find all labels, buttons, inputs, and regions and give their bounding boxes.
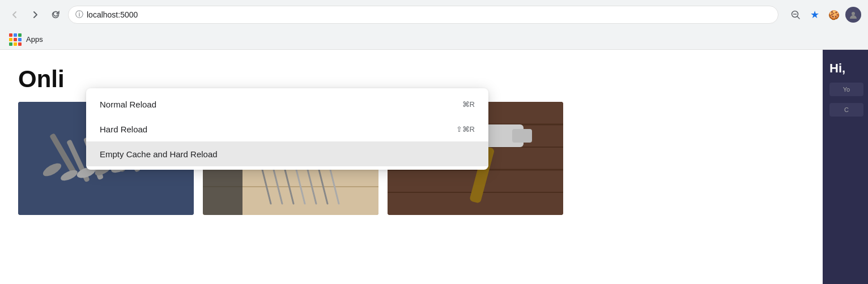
google-apps-icon: [9, 33, 22, 46]
profile-button[interactable]: [845, 7, 861, 23]
address-bar-row: ⓘ localhost:5000 ★ 🍪: [0, 0, 868, 29]
context-menu-item-empty-cache[interactable]: Empty Cache and Hard Reload: [86, 141, 488, 166]
apps-label: Apps: [26, 35, 43, 44]
info-icon: ⓘ: [75, 10, 83, 20]
context-menu-item-label: Empty Cache and Hard Reload: [100, 149, 218, 159]
address-bar[interactable]: ⓘ localhost:5000: [68, 6, 778, 24]
bookmarks-bar: Apps: [0, 29, 868, 50]
forward-button[interactable]: [27, 7, 43, 23]
svg-point-3: [852, 12, 855, 15]
context-menu-item-label: Normal Reload: [100, 100, 156, 109]
context-menu-item-shortcut: ⇧⌘R: [456, 125, 475, 134]
cookie-icon: 🍪: [828, 10, 840, 20]
right-panel: Hi, Yo C: [823, 50, 868, 284]
right-panel-btn-yo[interactable]: Yo: [829, 83, 863, 96]
context-menu-item-shortcut: ⌘R: [462, 100, 475, 109]
back-button[interactable]: [7, 7, 23, 23]
star-icon: ★: [810, 8, 819, 21]
svg-line-2: [797, 16, 799, 19]
zoom-out-button[interactable]: [788, 7, 803, 23]
toolbar-icons: ★ 🍪: [788, 7, 861, 23]
right-panel-btn-c[interactable]: C: [829, 103, 863, 117]
reload-button[interactable]: [48, 7, 63, 23]
page-content: Onli: [0, 50, 868, 284]
avatar: [845, 7, 861, 23]
context-menu-item-label: Hard Reload: [100, 124, 147, 134]
context-menu-item-hard-reload[interactable]: Hard Reload ⇧⌘R: [86, 117, 488, 141]
cookie-button[interactable]: 🍪: [826, 7, 842, 23]
url-text: localhost:5000: [87, 10, 771, 19]
bookmark-star-button[interactable]: ★: [807, 7, 823, 23]
svg-rect-34: [512, 129, 532, 143]
right-panel-greeting: Hi,: [829, 61, 845, 76]
context-menu-item-normal-reload[interactable]: Normal Reload ⌘R: [86, 92, 488, 117]
context-menu: Normal Reload ⌘R Hard Reload ⇧⌘R Empty C…: [86, 88, 488, 170]
browser-window: ⓘ localhost:5000 ★ 🍪: [0, 0, 868, 284]
